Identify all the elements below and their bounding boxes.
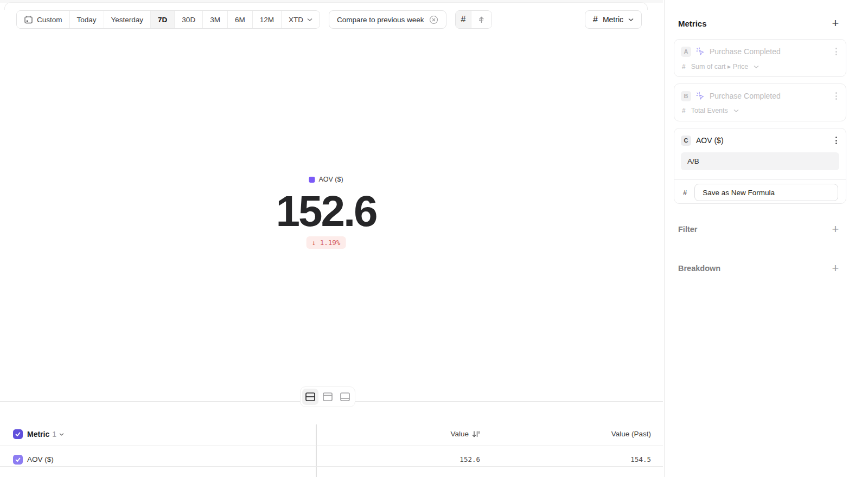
metric-big-number: 152.6: [276, 190, 376, 233]
add-metric-button[interactable]: +: [829, 17, 842, 30]
select-all-checkbox[interactable]: [13, 429, 23, 439]
hash-icon: #: [683, 189, 687, 197]
date-range-custom[interactable]: Custom: [17, 11, 70, 28]
top-panel-icon: [322, 392, 333, 402]
value-display-toggle: #: [455, 10, 493, 29]
metric-badge: B: [681, 91, 691, 101]
metric-card-c[interactable]: C AOV ($) # Save as New Formula: [674, 128, 846, 204]
calendar-icon: [24, 15, 33, 24]
table-row-metric-name: AOV ($): [27, 455, 54, 463]
table-row-value: 152.6: [347, 455, 480, 463]
chevron-down-icon: [754, 65, 759, 69]
raw-values-button[interactable]: [471, 11, 492, 28]
date-range-3m[interactable]: 3M: [203, 11, 228, 28]
kebab-menu-icon[interactable]: [833, 90, 839, 102]
metrics-section-title: Metrics: [678, 19, 707, 28]
kebab-menu-icon[interactable]: [833, 46, 839, 57]
number-format-button[interactable]: #: [456, 11, 472, 28]
toolbar: Custom Today Yesterday 7D 30D 3M 6M 12M …: [16, 10, 492, 29]
remove-compare-icon[interactable]: [429, 15, 438, 24]
card-divider: [674, 179, 846, 180]
split-view-button[interactable]: [302, 389, 318, 405]
arrow-up-icon: [477, 15, 486, 24]
date-range-7d[interactable]: 7D: [151, 11, 175, 28]
legend-label: AOV ($): [318, 176, 343, 183]
hash-icon: #: [593, 15, 598, 24]
date-range-xtd[interactable]: XTD: [282, 11, 320, 28]
table-column-divider: [316, 424, 317, 477]
aggregation-selector[interactable]: Sum of cart ▸ Price: [691, 62, 749, 70]
panel-layout-switcher: [300, 386, 355, 407]
compare-label: Compare to previous week: [337, 16, 424, 24]
add-filter-button[interactable]: +: [829, 223, 842, 236]
value-column-header[interactable]: Value: [347, 430, 480, 438]
breakdown-section-title: Breakdown: [678, 264, 720, 273]
report-card-top-edge: [4, 2, 648, 10]
filter-section-title: Filter: [678, 225, 697, 234]
date-range-today[interactable]: Today: [70, 11, 104, 28]
sort-descending-icon: [472, 430, 480, 438]
hash-icon: #: [682, 107, 686, 114]
table-header-divider: [0, 446, 663, 446]
analytics-report-page: Custom Today Yesterday 7D 30D 3M 6M 12M …: [0, 0, 868, 477]
change-badge: ↓ 1.19%: [307, 236, 346, 249]
split-view-icon: [305, 392, 316, 402]
date-range-6m[interactable]: 6M: [228, 11, 253, 28]
metric-button-label: Metric: [603, 15, 623, 24]
event-sparkle-icon: [696, 92, 705, 100]
chevron-down-icon: [733, 108, 739, 113]
kebab-menu-icon[interactable]: [833, 134, 839, 146]
metric-card-title: Purchase Completed: [710, 47, 781, 56]
save-as-new-formula-button[interactable]: Save as New Formula: [694, 184, 838, 201]
legend-swatch: [309, 177, 315, 183]
hash-icon: #: [461, 15, 466, 24]
metric-card-b[interactable]: B Purchase Completed # Total Events: [674, 83, 846, 121]
metric-badge: A: [681, 47, 691, 57]
metric-badge: C: [681, 136, 691, 146]
compare-pill[interactable]: Compare to previous week: [329, 10, 446, 29]
value-past-column-header[interactable]: Value (Past): [515, 430, 651, 438]
metric-card-title: AOV ($): [696, 136, 724, 145]
event-sparkle-icon: [696, 47, 705, 56]
row-checkbox[interactable]: [13, 455, 23, 465]
date-range-selector: Custom Today Yesterday 7D 30D 3M 6M 12M …: [16, 10, 320, 29]
date-range-yesterday[interactable]: Yesterday: [104, 11, 151, 28]
table-only-view-button[interactable]: [337, 389, 353, 405]
bottom-panel-icon: [340, 392, 350, 402]
metric-column-header[interactable]: Metric 1: [27, 430, 64, 439]
hash-icon: #: [682, 63, 686, 70]
add-breakdown-button[interactable]: +: [829, 262, 842, 275]
metric-card-title: Purchase Completed: [710, 92, 781, 100]
table-row-divider: [0, 466, 663, 467]
metric-type-button[interactable]: # Metric: [585, 10, 642, 29]
aggregation-selector[interactable]: Total Events: [691, 107, 728, 114]
metric-card-a[interactable]: A Purchase Completed # Sum of cart ▸ Pri…: [674, 39, 846, 77]
sidebar-divider: [664, 0, 665, 477]
formula-input[interactable]: [681, 152, 839, 170]
chevron-down-icon: [59, 433, 64, 436]
chart-legend: AOV ($): [309, 176, 343, 183]
date-range-label: Custom: [37, 16, 62, 24]
chart-only-view-button[interactable]: [320, 389, 336, 405]
table-row-value-past: 154.5: [515, 455, 651, 463]
chevron-down-icon: [307, 17, 312, 22]
date-range-30d[interactable]: 30D: [175, 11, 203, 28]
chevron-down-icon: [628, 17, 634, 22]
date-range-12m[interactable]: 12M: [253, 11, 282, 28]
